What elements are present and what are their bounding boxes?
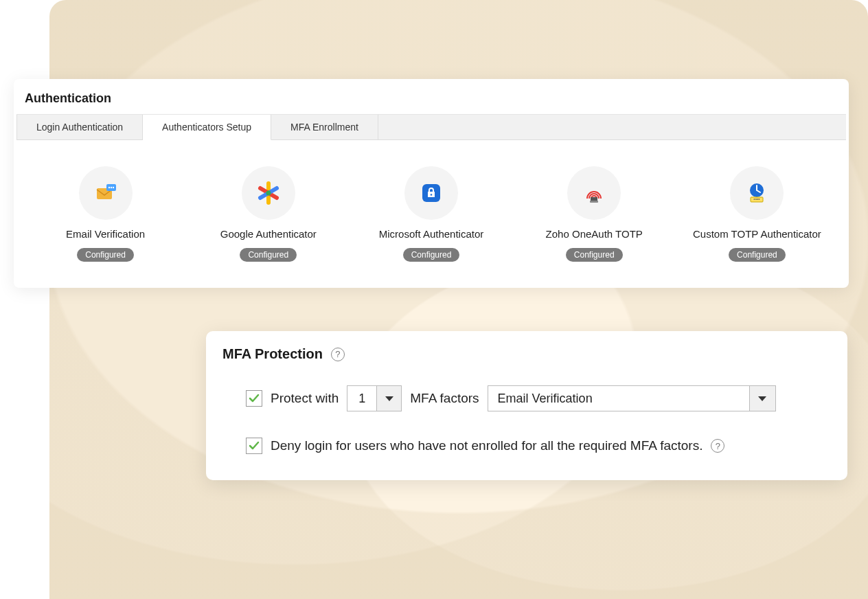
mfa-title-row: MFA Protection ? (222, 346, 831, 362)
tab-mfa-enrollment[interactable]: MFA Enrollment (271, 115, 378, 139)
tab-label: Authenticators Setup (162, 122, 251, 133)
custom-totp-icon: **** (730, 166, 784, 220)
svg-point-2 (108, 187, 109, 188)
authenticator-cards: Email Verification Configured Google Aut… (14, 140, 849, 275)
tab-label: Login Authentication (36, 122, 123, 133)
protect-checkbox[interactable] (246, 390, 262, 407)
factor-count-caret[interactable] (376, 386, 401, 411)
help-icon[interactable]: ? (711, 439, 724, 453)
svg-text:****: **** (754, 198, 761, 202)
status-badge: Configured (566, 248, 623, 262)
svg-point-4 (112, 187, 113, 188)
microsoft-authenticator-icon (404, 166, 458, 220)
card-label: Google Authenticator (220, 228, 317, 240)
authentication-title: Authentication (14, 79, 849, 114)
chevron-down-icon (385, 396, 393, 401)
status-badge: Configured (729, 248, 786, 262)
svg-point-5 (266, 191, 271, 196)
card-label: Email Verification (66, 228, 145, 240)
card-microsoft-authenticator[interactable]: Microsoft Authenticator Configured (353, 166, 509, 262)
tab-authenticators-setup[interactable]: Authenticators Setup (143, 115, 271, 140)
deny-login-label: Deny login for users who have not enroll… (271, 438, 703, 453)
mfa-protection-panel: MFA Protection ? Protect with 1 MFA fact… (206, 331, 847, 480)
card-label: Zoho OneAuth TOTP (546, 228, 643, 240)
mfa-protection-title: MFA Protection (222, 346, 323, 362)
svg-point-3 (110, 187, 111, 188)
zoho-oneauth-icon (567, 166, 621, 220)
factor-select[interactable]: Email Verification (488, 385, 776, 411)
factor-count-value: 1 (347, 392, 376, 406)
svg-rect-9 (590, 201, 598, 203)
tab-label: MFA Enrollment (290, 122, 358, 133)
deny-checkbox[interactable] (246, 438, 262, 454)
card-custom-totp[interactable]: **** Custom TOTP Authenticator Configure… (679, 166, 835, 262)
card-google-authenticator[interactable]: Google Authenticator Configured (190, 166, 346, 262)
authentication-panel: Authentication Login Authentication Auth… (14, 79, 849, 288)
tab-login-authentication[interactable]: Login Authentication (16, 115, 143, 139)
svg-point-7 (431, 194, 433, 196)
protect-with-row: Protect with 1 MFA factors Email Verific… (222, 378, 831, 418)
card-zoho-oneauth[interactable]: Zoho OneAuth TOTP Configured (516, 166, 672, 262)
protect-prefix-label: Protect with (271, 391, 339, 406)
chevron-down-icon (758, 396, 766, 401)
status-badge: Configured (240, 248, 297, 262)
card-label: Microsoft Authenticator (379, 228, 484, 240)
factor-select-value: Email Verification (488, 392, 749, 406)
factor-count-select[interactable]: 1 (347, 385, 402, 411)
email-verification-icon (79, 166, 133, 220)
google-authenticator-icon (242, 166, 295, 220)
card-label: Custom TOTP Authenticator (693, 228, 821, 240)
auth-tabs: Login Authentication Authenticators Setu… (16, 114, 846, 140)
status-badge: Configured (403, 248, 460, 262)
deny-login-row: Deny login for users who have not enroll… (222, 431, 831, 461)
factor-select-caret[interactable] (749, 386, 775, 411)
protect-suffix-label: MFA factors (410, 391, 479, 406)
help-icon[interactable]: ? (331, 348, 345, 361)
status-badge: Configured (77, 248, 134, 262)
card-email-verification[interactable]: Email Verification Configured (27, 166, 183, 262)
